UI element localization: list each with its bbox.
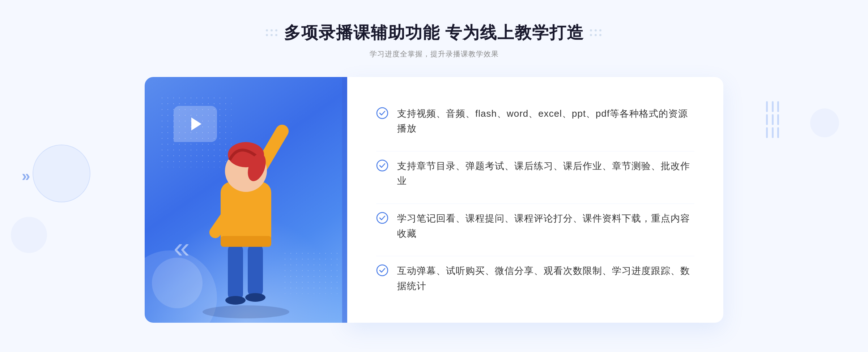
svg-point-3: [225, 296, 246, 305]
dot: [266, 34, 268, 36]
dot: [595, 34, 597, 36]
stripe-decoration: [766, 101, 781, 138]
svg-text:«: «: [174, 232, 190, 264]
dot: [590, 29, 592, 31]
dot: [275, 34, 277, 36]
svg-rect-1: [228, 243, 243, 301]
svg-point-0: [203, 305, 289, 318]
check-icon-2: [376, 159, 388, 172]
deco-circle-1: [33, 145, 90, 202]
stripe-bar: [777, 101, 779, 112]
feature-text-1: 支持视频、音频、flash、word、excel、ppt、pdf等各种格式的资源…: [397, 106, 694, 136]
right-content-panel: 支持视频、音频、flash、word、excel、ppt、pdf等各种格式的资源…: [347, 77, 723, 323]
feature-item-2: 支持章节目录、弹题考试、课后练习、课后作业、章节测验、批改作业: [376, 151, 694, 196]
dot: [599, 34, 601, 36]
deco-circle-3: [810, 108, 839, 137]
stripe-bar: [766, 114, 768, 125]
feature-text-2: 支持章节目录、弹题考试、课后练习、课后作业、章节测验、批改作业: [397, 159, 694, 189]
page-subtitle: 学习进度全掌握，提升录播课教学效果: [0, 49, 868, 59]
deco-circle-2: [11, 217, 47, 253]
svg-point-13: [377, 108, 388, 119]
svg-rect-6: [221, 236, 271, 247]
dot: [271, 34, 273, 36]
header-dots-left: [266, 29, 278, 37]
svg-point-15: [377, 213, 388, 223]
person-illustration: «: [145, 77, 347, 323]
feature-item-1: 支持视频、音频、flash、word、excel、ppt、pdf等各种格式的资源…: [376, 99, 694, 143]
dot: [266, 29, 268, 31]
dot: [599, 29, 601, 31]
feature-text-4: 互动弹幕、试听购买、微信分享、观看次数限制、学习进度跟踪、数据统计: [397, 263, 694, 293]
check-icon-1: [376, 107, 388, 119]
stripe-bar: [766, 101, 768, 112]
feature-text-3: 学习笔记回看、课程提问、课程评论打分、课件资料下载，重点内容收藏: [397, 211, 694, 241]
svg-point-4: [245, 293, 265, 302]
stripe-bar: [766, 127, 768, 138]
feature-item-3: 学习笔记回看、课程提问、课程评论打分、课件资料下载，重点内容收藏: [376, 203, 694, 248]
deco-chevrons-left: »: [22, 167, 30, 185]
check-icon-4: [376, 264, 388, 276]
stripe-bar: [772, 114, 774, 125]
stripe-bar: [777, 127, 779, 138]
header: 多项录播课辅助功能 专为线上教学打造 学习进度全掌握，提升录播课教学效果: [0, 0, 868, 66]
svg-point-16: [377, 265, 388, 276]
dot: [590, 34, 592, 36]
header-dots-right: [590, 29, 602, 37]
dot: [595, 29, 597, 31]
main-content: « 支持视频、音频、flash、word、excel、ppt、pdf等各种格式的…: [145, 77, 723, 323]
chevron-icon: »: [22, 167, 30, 184]
feature-item-4: 互动弹幕、试听购买、微信分享、观看次数限制、学习进度跟踪、数据统计: [376, 256, 694, 301]
page-container: » 多项录播课辅助功能 专为线上教学打造: [0, 0, 868, 352]
check-icon-3: [376, 212, 388, 224]
stripe-bar: [777, 114, 779, 125]
header-title-wrapper: 多项录播课辅助功能 专为线上教学打造: [0, 22, 868, 44]
svg-point-14: [377, 160, 388, 171]
page-title: 多项录播课辅助功能 专为线上教学打造: [284, 22, 584, 44]
dot: [275, 29, 277, 31]
dot: [271, 29, 273, 31]
stripe-bar: [772, 101, 774, 112]
svg-rect-2: [248, 243, 263, 297]
left-illustration-panel: «: [145, 77, 347, 323]
stripe-bar: [772, 127, 774, 138]
